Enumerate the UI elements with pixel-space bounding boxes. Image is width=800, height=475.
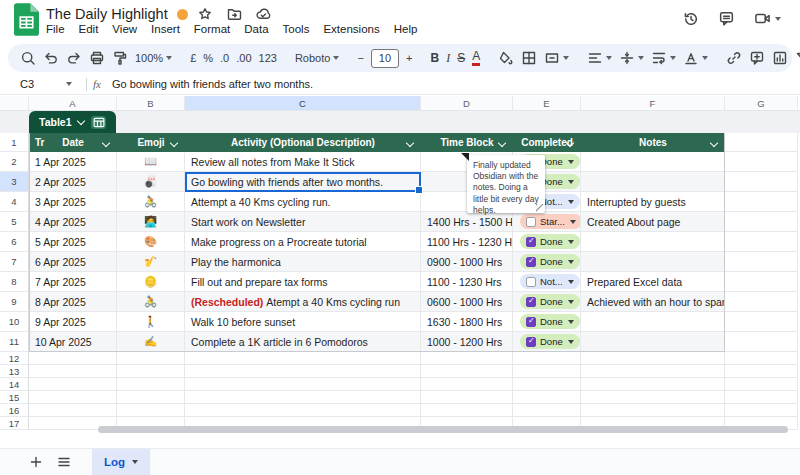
insert-link-button[interactable] <box>726 50 742 66</box>
column-header-b[interactable]: B <box>117 96 185 110</box>
column-header-d[interactable]: D <box>421 96 513 110</box>
row-header-10[interactable]: 10 <box>0 312 29 332</box>
cell-activity[interactable]: Review all notes from Make It Stick <box>185 152 421 172</box>
cell-date[interactable]: 10 Apr 2025 <box>29 332 117 352</box>
row-header-8[interactable]: 8 <box>0 272 29 292</box>
cell-emoji[interactable]: 🚴 <box>117 292 185 312</box>
comment-button[interactable] <box>718 10 735 27</box>
empty-cell[interactable] <box>581 391 725 404</box>
undo-button[interactable] <box>43 50 59 66</box>
cell-notes[interactable]: Achieved with an hour to spare <box>581 292 725 312</box>
empty-cell[interactable] <box>29 365 117 378</box>
empty-cell[interactable] <box>117 365 185 378</box>
empty-cell[interactable] <box>513 404 581 417</box>
sheets-logo-icon[interactable] <box>14 3 39 40</box>
menu-tools[interactable]: Tools <box>276 23 317 35</box>
row-header-1[interactable]: 1 <box>0 133 29 152</box>
cell-time-block[interactable]: 0600 - 1000 Hrs <box>421 292 513 312</box>
cell-outside-table[interactable] <box>725 212 798 232</box>
column-header-a[interactable]: A <box>29 96 117 110</box>
empty-cell[interactable] <box>117 378 185 391</box>
cell-outside-table[interactable] <box>725 172 798 192</box>
font-button[interactable]: Roboto <box>295 52 339 64</box>
zoom-button[interactable]: 100% <box>135 52 172 64</box>
cell-completed[interactable]: Not... <box>513 272 581 292</box>
paint-format-button[interactable] <box>112 50 128 66</box>
bold-button[interactable]: B <box>431 51 440 65</box>
merge-cells-button[interactable] <box>544 50 569 66</box>
table-column-header-emoji[interactable]: Emoji <box>117 133 185 152</box>
empty-cell[interactable] <box>725 352 798 365</box>
empty-cell[interactable] <box>581 365 725 378</box>
row-header-13[interactable]: 13 <box>0 365 29 378</box>
borders-button[interactable] <box>521 50 537 66</box>
row-header-16[interactable]: 16 <box>0 404 29 417</box>
cell-date[interactable]: 7 Apr 2025 <box>29 272 117 292</box>
search-button[interactable] <box>20 50 36 66</box>
row-header-9[interactable]: 9 <box>0 292 29 312</box>
status-chip[interactable]: Not... <box>520 274 580 289</box>
cell-date[interactable]: 2 Apr 2025 <box>29 172 117 192</box>
increase-decimal-button[interactable]: .00 <box>236 52 251 64</box>
cell-activity[interactable]: Play the harmonica <box>185 252 421 272</box>
empty-cell[interactable] <box>29 352 117 365</box>
column-header-g[interactable]: G <box>725 96 798 110</box>
empty-cell[interactable] <box>29 391 117 404</box>
redo-button[interactable] <box>66 50 82 66</box>
cell-notes[interactable] <box>581 332 725 352</box>
name-box[interactable]: C3 <box>12 78 80 90</box>
cell-emoji[interactable]: 🪙 <box>117 272 185 292</box>
video-call-button[interactable] <box>754 10 781 27</box>
menu-insert[interactable]: Insert <box>144 23 187 35</box>
row-header-7[interactable]: 7 <box>0 252 29 272</box>
table-column-header-notes[interactable]: Notes <box>581 133 725 152</box>
cell-emoji[interactable]: 🧑‍💻 <box>117 212 185 232</box>
cell-emoji[interactable]: 🎳 <box>117 172 185 192</box>
cell-emoji[interactable]: 🎷 <box>117 252 185 272</box>
menu-format[interactable]: Format <box>187 23 237 35</box>
cell-emoji[interactable]: 🚴 <box>117 192 185 212</box>
insert-chart-button[interactable] <box>772 50 788 66</box>
all-sheets-button[interactable] <box>50 454 78 470</box>
cell-completed[interactable]: Done <box>513 232 581 252</box>
print-button[interactable] <box>89 50 105 66</box>
cell-outside-table[interactable] <box>725 332 798 352</box>
italic-button[interactable]: I <box>446 51 450 66</box>
cell-date[interactable]: 4 Apr 2025 <box>29 212 117 232</box>
empty-cell[interactable] <box>185 404 421 417</box>
column-dropdown-chevron-icon[interactable] <box>170 139 178 147</box>
empty-cell[interactable] <box>421 365 513 378</box>
cell-time-block[interactable]: 1100 Hrs - 1230 Hrs <box>421 232 513 252</box>
status-chip[interactable]: Done <box>520 314 580 329</box>
checked-checkbox-icon[interactable] <box>526 257 536 267</box>
cell-activity[interactable]: Go bowling with friends after two months… <box>185 172 421 192</box>
empty-cell[interactable] <box>581 352 725 365</box>
menu-data[interactable]: Data <box>237 23 275 35</box>
cell-date[interactable]: 5 Apr 2025 <box>29 232 117 252</box>
checked-checkbox-icon[interactable] <box>526 317 536 327</box>
column-dropdown-chevron-icon[interactable] <box>102 139 110 147</box>
increase-font-size-button[interactable]: + <box>406 52 412 64</box>
formula-input[interactable]: Go bowling with friends after two months… <box>112 78 313 90</box>
cell-completed[interactable]: Done <box>513 252 581 272</box>
empty-cell[interactable] <box>725 391 798 404</box>
text-rotation-button[interactable] <box>683 50 708 66</box>
status-chip[interactable]: Star... <box>520 214 581 229</box>
empty-cell[interactable] <box>421 352 513 365</box>
cell-activity[interactable]: Fill out and prepare tax forms <box>185 272 421 292</box>
cell-notes[interactable] <box>581 312 725 332</box>
cell-g1[interactable] <box>725 133 798 152</box>
vertical-align-button[interactable] <box>619 50 644 66</box>
empty-cell[interactable] <box>725 404 798 417</box>
empty-cell[interactable] <box>117 352 185 365</box>
horizontal-scrollbar[interactable] <box>98 426 788 433</box>
empty-cell[interactable] <box>581 378 725 391</box>
move-folder-button[interactable] <box>226 6 242 22</box>
cell-outside-table[interactable] <box>725 152 798 172</box>
row-header-2[interactable]: 2 <box>0 152 29 172</box>
row-header-17[interactable]: 17 <box>0 417 29 430</box>
column-header-c[interactable]: C <box>185 96 421 110</box>
cell-completed[interactable]: Done <box>513 332 581 352</box>
table-column-header-time[interactable]: Time Block <box>421 133 513 152</box>
horizontal-align-button[interactable] <box>587 50 612 66</box>
